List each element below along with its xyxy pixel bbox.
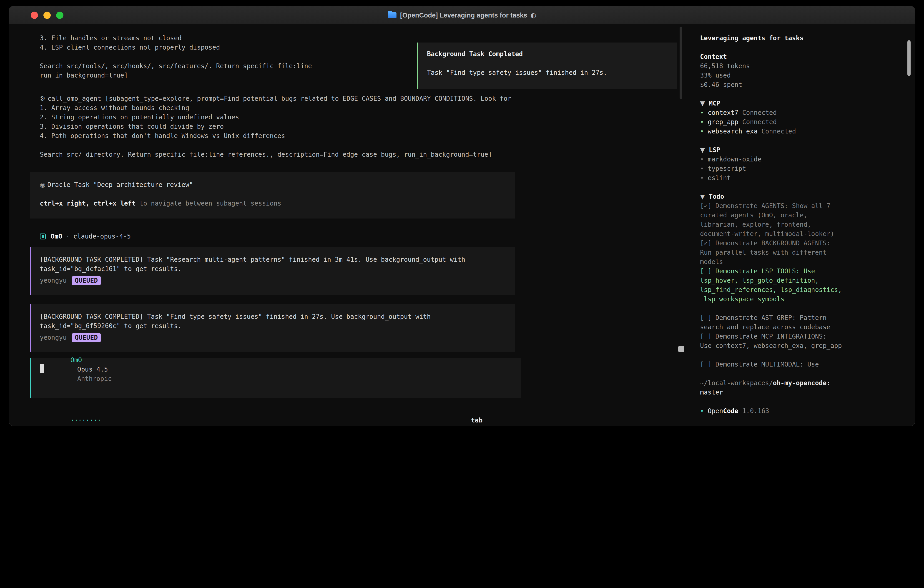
todo-line: lsp_hover, lsp_goto_definition, <box>700 276 915 285</box>
minimize-button[interactable] <box>43 12 51 19</box>
status-right: tab switch agent ctrl+p commands <box>441 406 521 416</box>
todo-item-done: [✓] Demonstrate AGENTS: Show all 7 curat… <box>700 201 915 238</box>
close-button[interactable] <box>31 12 38 19</box>
mcp-status: Connected <box>742 109 777 116</box>
mcp-section-header[interactable]: ▼MCP <box>700 99 915 108</box>
agent-model: claude-opus-4-5 <box>73 232 131 241</box>
message-line: [BACKGROUND TASK COMPLETED] Task "Find t… <box>40 312 515 321</box>
todo-line: [ ] Demonstrate MCP INTEGRATIONS: <box>700 332 915 341</box>
lsp-heading: LSP <box>709 146 721 154</box>
gear-icon: ⚙ <box>40 95 48 102</box>
version-row: •OpenCode1.0.163 <box>700 406 915 416</box>
mcp-status: Connected <box>742 118 777 126</box>
message-line: task_id="bg_6f59260c" to get results. <box>40 321 515 330</box>
mcp-name: grep_app <box>708 118 739 126</box>
scrollback-line: Search src/tools/, src/hooks/, src/featu… <box>40 61 312 71</box>
tool-call-item: 1. Array access without bounds checking <box>40 103 512 112</box>
todo-line: Use context7, websearch_exa, grep_app <box>700 341 915 350</box>
spacer <box>700 397 915 406</box>
scrollback-line: 4. LSP client connections not properly d… <box>40 43 220 52</box>
todo-heading: Todo <box>709 193 724 200</box>
oracle-task-title: ◉ Oracle Task "Deep architecture review" <box>40 180 515 189</box>
queued-badge: QUEUED <box>72 333 101 342</box>
lsp-name: typescript <box>708 165 746 172</box>
tool-call-item: 3. Division operations that could divide… <box>40 122 512 131</box>
spacer <box>700 89 915 99</box>
tool-call-closing: Search src/ directory. Return specific f… <box>40 150 492 159</box>
tool-call-item: 4. Path operations that don't handle Win… <box>40 131 512 140</box>
bullet-icon: • <box>700 407 704 415</box>
session-sidebar: Leveraging agents for tasks Context 66,5… <box>691 6 915 426</box>
opencode-window: [OpenCode] Leveraging agents for tasks ◐… <box>9 6 915 426</box>
input-model-name: Opus 4.5 <box>77 366 108 373</box>
workspace-branch: master <box>700 388 915 397</box>
separator-dot: · <box>66 232 70 241</box>
context-spent: $0.46 spent <box>700 80 915 89</box>
scrollback-text-block: Search src/tools/, src/hooks/, src/featu… <box>40 61 312 80</box>
agent-name: OmO <box>51 232 62 241</box>
status-left: ········ esc interrupt <box>40 406 109 416</box>
window-title-text: [OpenCode] Leveraging agents for tasks <box>400 12 527 19</box>
chevron-down-icon: ▼ <box>700 193 705 200</box>
fisheye-icon: ◉ <box>40 181 47 188</box>
chat-scrollbar-thumb[interactable] <box>678 346 684 352</box>
tab-key-hint: tab <box>471 416 483 424</box>
context-heading: Context <box>700 52 915 61</box>
todo-line: search and replace across codebase <box>700 322 915 332</box>
todo-line: lsp_find_references, lsp_diagnostics, <box>700 285 915 294</box>
toast-title: Background Task Completed <box>427 50 677 59</box>
status-dot-icon: • <box>700 127 704 135</box>
tool-call-block: ⚙ call_omo_agent [subagent_type=explore,… <box>40 94 512 140</box>
todo-item-active: [ ] Demonstrate LSP TOOLS: Use lsp_hover… <box>700 266 915 304</box>
app-version: 1.0.163 <box>742 407 769 415</box>
zoom-button[interactable] <box>56 12 63 19</box>
lsp-section-header[interactable]: ▼LSP <box>700 145 915 155</box>
bullet-icon: • <box>700 165 704 172</box>
todo-line: document-writer, multimodal-looker) <box>700 229 915 238</box>
sidebar-scrollbar-thumb[interactable] <box>908 40 911 76</box>
bullet-icon: • <box>700 174 704 182</box>
todo-line: librarian, explore, frontend, <box>700 220 915 229</box>
spacer <box>700 43 915 52</box>
lsp-item: •typescript <box>700 164 915 173</box>
tool-call-header: ⚙ call_omo_agent [subagent_type=explore,… <box>40 94 512 103</box>
scrollback-text-block: 3. File handles or streams not closed 4.… <box>40 33 220 52</box>
half-moon-icon: ◐ <box>530 12 536 19</box>
status-dot-icon: • <box>700 118 704 126</box>
window-title: [OpenCode] Leveraging agents for tasks ◐ <box>388 6 536 24</box>
todo-line: [ ] Demonstrate AST-GREP: Pattern <box>700 313 915 322</box>
mcp-status: Connected <box>761 127 796 135</box>
todo-item-pending: [ ] Demonstrate MCP INTEGRATIONS: Use co… <box>700 332 915 350</box>
background-task-toast: Background Task Completed Task "Find typ… <box>417 43 677 89</box>
spacer <box>700 304 915 313</box>
message-line: task_id="bg_dcfac161" to get results. <box>40 264 515 274</box>
todo-section-header[interactable]: ▼Todo <box>700 192 915 201</box>
workspace-path: ~/local-workspaces/oh-my-opencode: <box>700 378 915 388</box>
mcp-item: •context7Connected <box>700 108 915 117</box>
todo-line: Run parallel tasks with different <box>700 248 915 257</box>
status-bar: ········ esc interrupt tab switch agent … <box>40 406 521 416</box>
queued-message: [BACKGROUND TASK COMPLETED] Task "Resear… <box>30 247 515 295</box>
title-bar[interactable]: [OpenCode] Leveraging agents for tasks ◐ <box>9 6 915 24</box>
oracle-task-title-text: Oracle Task "Deep architecture review" <box>47 181 193 188</box>
folder-icon <box>388 12 396 18</box>
todo-item-pending: [ ] Demonstrate MULTIMODAL: Use <box>700 360 915 369</box>
app-name-bold: Code <box>723 407 738 415</box>
status-dot-icon: • <box>700 109 704 116</box>
message-input[interactable]: OmO Opus 4.5 Anthropic <box>30 358 521 398</box>
lsp-name: eslint <box>708 174 731 182</box>
shortcut-text: to navigate between subagent sessions <box>135 200 281 207</box>
mcp-item: •websearch_exaConnected <box>700 127 915 136</box>
message-author: yeongyu <box>40 276 67 285</box>
workspace-repo: oh-my-opencode: <box>773 379 830 387</box>
chevron-down-icon: ▼ <box>700 146 705 154</box>
todo-line: [ ] Demonstrate MULTIMODAL: Use <box>700 360 915 369</box>
shortcut-keys: ctrl+x right, ctrl+x left <box>40 200 135 207</box>
spacer <box>700 369 915 378</box>
traffic-lights <box>31 12 63 19</box>
message-meta: yeongyu QUEUED <box>40 333 515 342</box>
tool-call-closing-line: Search src/ directory. Return specific f… <box>40 150 492 159</box>
chat-scrollbar-track[interactable] <box>680 26 682 99</box>
input-footer: OmO Opus 4.5 Anthropic <box>40 346 112 393</box>
oracle-task-panel: ◉ Oracle Task "Deep architecture review"… <box>30 172 515 218</box>
